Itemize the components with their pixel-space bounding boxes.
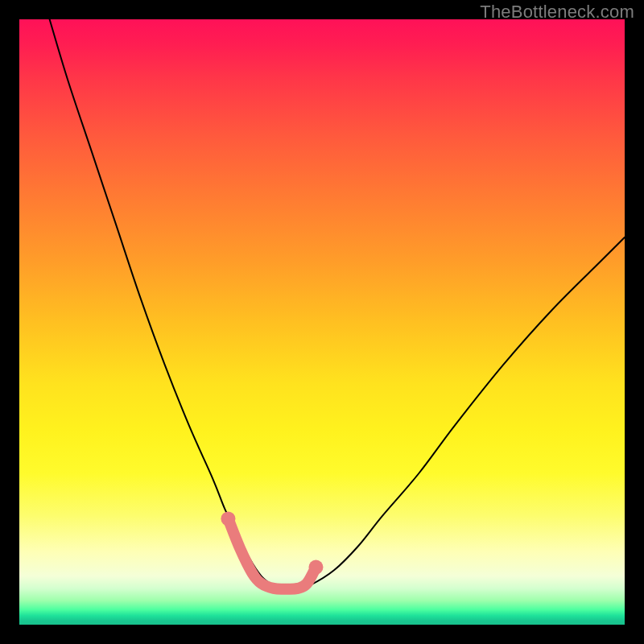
watermark-text: TheBottleneck.com: [480, 2, 634, 23]
chart-container: TheBottleneck.com: [0, 0, 644, 644]
curve-layer: [19, 19, 625, 625]
bottleneck-curve: [50, 19, 625, 588]
range-endpoint-dot: [308, 560, 323, 575]
recommended-range-curve: [228, 518, 316, 588]
plot-area: [19, 19, 625, 625]
range-endpoint-dot: [221, 511, 235, 526]
